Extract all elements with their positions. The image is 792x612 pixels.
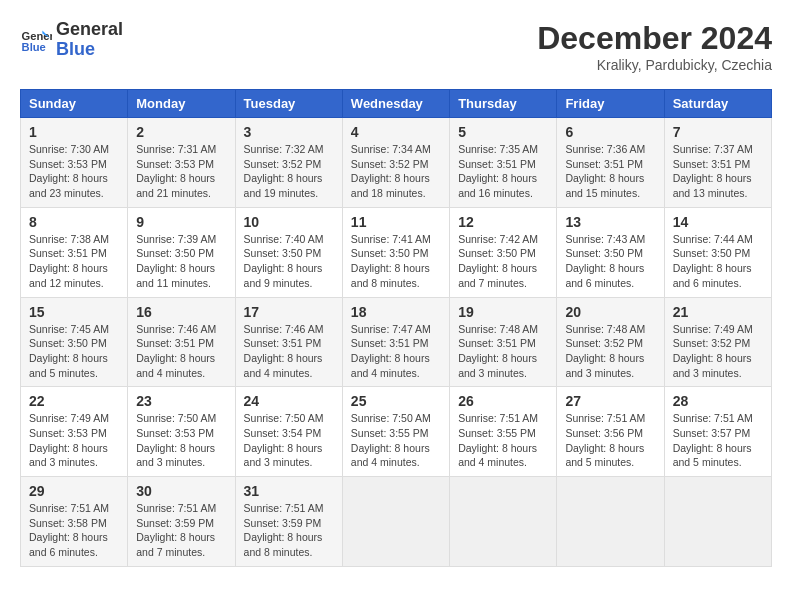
cell-content: Sunrise: 7:46 AMSunset: 3:51 PMDaylight:… — [244, 322, 334, 381]
calendar-cell: 2Sunrise: 7:31 AMSunset: 3:53 PMDaylight… — [128, 118, 235, 208]
cell-content: Sunrise: 7:45 AMSunset: 3:50 PMDaylight:… — [29, 322, 119, 381]
calendar-cell — [664, 477, 771, 567]
day-number: 13 — [565, 214, 655, 230]
day-number: 4 — [351, 124, 441, 140]
day-number: 6 — [565, 124, 655, 140]
cell-content: Sunrise: 7:51 AMSunset: 3:58 PMDaylight:… — [29, 501, 119, 560]
day-number: 12 — [458, 214, 548, 230]
calendar-cell: 17Sunrise: 7:46 AMSunset: 3:51 PMDayligh… — [235, 297, 342, 387]
calendar-cell: 19Sunrise: 7:48 AMSunset: 3:51 PMDayligh… — [450, 297, 557, 387]
calendar-cell: 20Sunrise: 7:48 AMSunset: 3:52 PMDayligh… — [557, 297, 664, 387]
day-number: 29 — [29, 483, 119, 499]
cell-content: Sunrise: 7:50 AMSunset: 3:54 PMDaylight:… — [244, 411, 334, 470]
cell-content: Sunrise: 7:41 AMSunset: 3:50 PMDaylight:… — [351, 232, 441, 291]
calendar-cell: 8Sunrise: 7:38 AMSunset: 3:51 PMDaylight… — [21, 207, 128, 297]
cell-content: Sunrise: 7:40 AMSunset: 3:50 PMDaylight:… — [244, 232, 334, 291]
week-row-1: 1Sunrise: 7:30 AMSunset: 3:53 PMDaylight… — [21, 118, 772, 208]
logo-text: General Blue — [56, 20, 123, 60]
calendar-cell — [342, 477, 449, 567]
cell-content: Sunrise: 7:50 AMSunset: 3:55 PMDaylight:… — [351, 411, 441, 470]
week-row-2: 8Sunrise: 7:38 AMSunset: 3:51 PMDaylight… — [21, 207, 772, 297]
cell-content: Sunrise: 7:47 AMSunset: 3:51 PMDaylight:… — [351, 322, 441, 381]
calendar-cell: 31Sunrise: 7:51 AMSunset: 3:59 PMDayligh… — [235, 477, 342, 567]
cell-content: Sunrise: 7:51 AMSunset: 3:59 PMDaylight:… — [244, 501, 334, 560]
cell-content: Sunrise: 7:37 AMSunset: 3:51 PMDaylight:… — [673, 142, 763, 201]
day-number: 23 — [136, 393, 226, 409]
day-number: 31 — [244, 483, 334, 499]
calendar-cell: 5Sunrise: 7:35 AMSunset: 3:51 PMDaylight… — [450, 118, 557, 208]
cell-content: Sunrise: 7:48 AMSunset: 3:52 PMDaylight:… — [565, 322, 655, 381]
calendar-cell: 16Sunrise: 7:46 AMSunset: 3:51 PMDayligh… — [128, 297, 235, 387]
weekday-thursday: Thursday — [450, 90, 557, 118]
day-number: 16 — [136, 304, 226, 320]
calendar-cell — [557, 477, 664, 567]
day-number: 8 — [29, 214, 119, 230]
cell-content: Sunrise: 7:38 AMSunset: 3:51 PMDaylight:… — [29, 232, 119, 291]
calendar-cell — [450, 477, 557, 567]
cell-content: Sunrise: 7:36 AMSunset: 3:51 PMDaylight:… — [565, 142, 655, 201]
calendar-cell: 24Sunrise: 7:50 AMSunset: 3:54 PMDayligh… — [235, 387, 342, 477]
day-number: 25 — [351, 393, 441, 409]
cell-content: Sunrise: 7:51 AMSunset: 3:56 PMDaylight:… — [565, 411, 655, 470]
cell-content: Sunrise: 7:35 AMSunset: 3:51 PMDaylight:… — [458, 142, 548, 201]
weekday-tuesday: Tuesday — [235, 90, 342, 118]
day-number: 11 — [351, 214, 441, 230]
weekday-friday: Friday — [557, 90, 664, 118]
day-number: 19 — [458, 304, 548, 320]
calendar-cell: 13Sunrise: 7:43 AMSunset: 3:50 PMDayligh… — [557, 207, 664, 297]
day-number: 20 — [565, 304, 655, 320]
day-number: 28 — [673, 393, 763, 409]
weekday-sunday: Sunday — [21, 90, 128, 118]
week-row-4: 22Sunrise: 7:49 AMSunset: 3:53 PMDayligh… — [21, 387, 772, 477]
day-number: 15 — [29, 304, 119, 320]
week-row-5: 29Sunrise: 7:51 AMSunset: 3:58 PMDayligh… — [21, 477, 772, 567]
cell-content: Sunrise: 7:30 AMSunset: 3:53 PMDaylight:… — [29, 142, 119, 201]
calendar-cell: 25Sunrise: 7:50 AMSunset: 3:55 PMDayligh… — [342, 387, 449, 477]
calendar-cell: 7Sunrise: 7:37 AMSunset: 3:51 PMDaylight… — [664, 118, 771, 208]
day-number: 7 — [673, 124, 763, 140]
cell-content: Sunrise: 7:44 AMSunset: 3:50 PMDaylight:… — [673, 232, 763, 291]
weekday-monday: Monday — [128, 90, 235, 118]
day-number: 5 — [458, 124, 548, 140]
cell-content: Sunrise: 7:31 AMSunset: 3:53 PMDaylight:… — [136, 142, 226, 201]
calendar-cell: 22Sunrise: 7:49 AMSunset: 3:53 PMDayligh… — [21, 387, 128, 477]
weekday-saturday: Saturday — [664, 90, 771, 118]
svg-text:Blue: Blue — [22, 41, 46, 53]
logo: General Blue General Blue — [20, 20, 123, 60]
calendar-cell: 4Sunrise: 7:34 AMSunset: 3:52 PMDaylight… — [342, 118, 449, 208]
title-block: December 2024 Kraliky, Pardubicky, Czech… — [537, 20, 772, 73]
calendar-cell: 26Sunrise: 7:51 AMSunset: 3:55 PMDayligh… — [450, 387, 557, 477]
calendar-cell: 9Sunrise: 7:39 AMSunset: 3:50 PMDaylight… — [128, 207, 235, 297]
day-number: 26 — [458, 393, 548, 409]
cell-content: Sunrise: 7:50 AMSunset: 3:53 PMDaylight:… — [136, 411, 226, 470]
cell-content: Sunrise: 7:34 AMSunset: 3:52 PMDaylight:… — [351, 142, 441, 201]
day-number: 30 — [136, 483, 226, 499]
calendar-cell: 15Sunrise: 7:45 AMSunset: 3:50 PMDayligh… — [21, 297, 128, 387]
day-number: 1 — [29, 124, 119, 140]
cell-content: Sunrise: 7:51 AMSunset: 3:57 PMDaylight:… — [673, 411, 763, 470]
calendar-cell: 30Sunrise: 7:51 AMSunset: 3:59 PMDayligh… — [128, 477, 235, 567]
day-number: 22 — [29, 393, 119, 409]
cell-content: Sunrise: 7:42 AMSunset: 3:50 PMDaylight:… — [458, 232, 548, 291]
calendar-cell: 28Sunrise: 7:51 AMSunset: 3:57 PMDayligh… — [664, 387, 771, 477]
calendar-cell: 11Sunrise: 7:41 AMSunset: 3:50 PMDayligh… — [342, 207, 449, 297]
calendar-cell: 21Sunrise: 7:49 AMSunset: 3:52 PMDayligh… — [664, 297, 771, 387]
week-row-3: 15Sunrise: 7:45 AMSunset: 3:50 PMDayligh… — [21, 297, 772, 387]
cell-content: Sunrise: 7:39 AMSunset: 3:50 PMDaylight:… — [136, 232, 226, 291]
calendar-cell: 18Sunrise: 7:47 AMSunset: 3:51 PMDayligh… — [342, 297, 449, 387]
calendar-cell: 6Sunrise: 7:36 AMSunset: 3:51 PMDaylight… — [557, 118, 664, 208]
location: Kraliky, Pardubicky, Czechia — [537, 57, 772, 73]
cell-content: Sunrise: 7:43 AMSunset: 3:50 PMDaylight:… — [565, 232, 655, 291]
day-number: 18 — [351, 304, 441, 320]
cell-content: Sunrise: 7:46 AMSunset: 3:51 PMDaylight:… — [136, 322, 226, 381]
day-number: 27 — [565, 393, 655, 409]
page-header: General Blue General Blue December 2024 … — [20, 20, 772, 73]
calendar-cell: 12Sunrise: 7:42 AMSunset: 3:50 PMDayligh… — [450, 207, 557, 297]
cell-content: Sunrise: 7:32 AMSunset: 3:52 PMDaylight:… — [244, 142, 334, 201]
calendar-cell: 3Sunrise: 7:32 AMSunset: 3:52 PMDaylight… — [235, 118, 342, 208]
calendar-cell: 27Sunrise: 7:51 AMSunset: 3:56 PMDayligh… — [557, 387, 664, 477]
day-number: 10 — [244, 214, 334, 230]
cell-content: Sunrise: 7:51 AMSunset: 3:55 PMDaylight:… — [458, 411, 548, 470]
calendar-cell: 1Sunrise: 7:30 AMSunset: 3:53 PMDaylight… — [21, 118, 128, 208]
cell-content: Sunrise: 7:49 AMSunset: 3:53 PMDaylight:… — [29, 411, 119, 470]
